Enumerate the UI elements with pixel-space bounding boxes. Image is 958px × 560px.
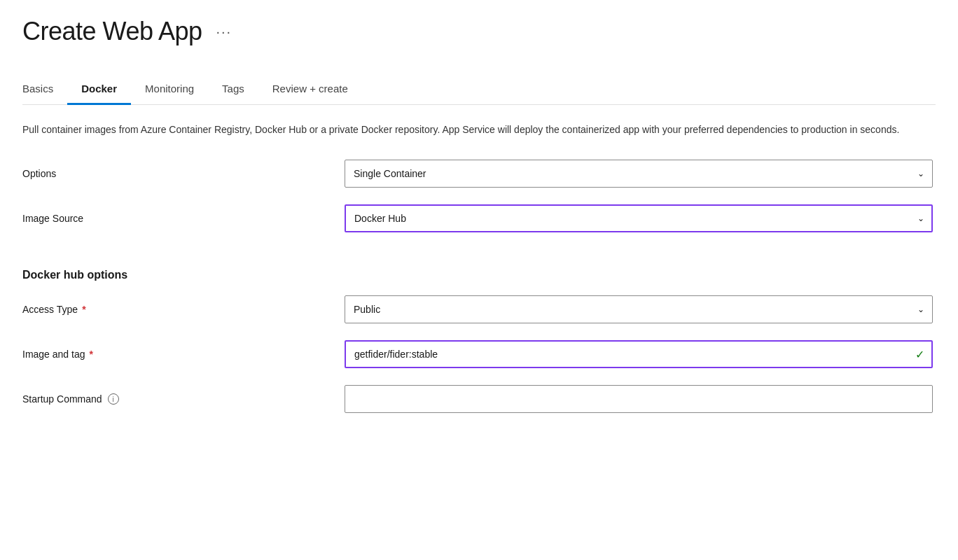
access-type-label: Access Type * [22, 304, 345, 315]
image-tag-input-wrapper: ✓ [345, 340, 933, 368]
image-source-control-wrapper: Docker Hub ⌄ [345, 204, 933, 232]
options-control-wrapper: Single Container ⌄ [345, 160, 933, 188]
startup-command-info-icon[interactable]: i [108, 393, 119, 405]
options-row: Options Single Container ⌄ [22, 160, 936, 188]
image-tag-control-wrapper: ✓ [345, 340, 933, 368]
image-tag-row: Image and tag * ✓ [22, 340, 936, 368]
startup-command-label: Startup Command i [22, 393, 345, 405]
image-tag-input[interactable] [345, 340, 933, 368]
more-options-button[interactable]: ··· [211, 21, 238, 43]
image-source-label: Image Source [22, 213, 345, 224]
options-select-wrapper: Single Container ⌄ [345, 160, 933, 188]
form-section: Options Single Container ⌄ Image Source … [22, 160, 936, 413]
page-container: Create Web App ··· Basics Docker Monitor… [0, 0, 958, 447]
docker-hub-section-heading: Docker hub options [22, 269, 936, 281]
tab-review-create[interactable]: Review + create [258, 74, 362, 105]
tab-basics[interactable]: Basics [22, 74, 67, 105]
image-tag-checkmark-icon: ✓ [915, 348, 924, 361]
image-source-select[interactable]: Docker Hub [345, 204, 933, 232]
startup-command-row: Startup Command i [22, 385, 936, 413]
access-type-select-wrapper: Public ⌄ [345, 295, 933, 323]
tab-docker[interactable]: Docker [67, 74, 131, 105]
image-source-row: Image Source Docker Hub ⌄ [22, 204, 936, 232]
section-divider [22, 249, 936, 263]
access-type-required-star: * [82, 304, 85, 315]
page-title: Create Web App [22, 17, 202, 46]
options-select[interactable]: Single Container [345, 160, 933, 188]
access-type-row: Access Type * Public ⌄ [22, 295, 936, 323]
startup-command-input-wrapper [345, 385, 933, 413]
tabs-container: Basics Docker Monitoring Tags Review + c… [22, 74, 936, 105]
image-tag-required-star: * [90, 349, 93, 360]
access-type-select[interactable]: Public [345, 295, 933, 323]
startup-command-control-wrapper [345, 385, 933, 413]
options-label: Options [22, 168, 345, 179]
tab-description: Pull container images from Azure Contain… [22, 122, 933, 137]
tab-monitoring[interactable]: Monitoring [131, 74, 208, 105]
startup-command-input[interactable] [345, 385, 933, 413]
page-header: Create Web App ··· [22, 17, 936, 46]
image-source-select-wrapper: Docker Hub ⌄ [345, 204, 933, 232]
image-tag-label: Image and tag * [22, 349, 345, 360]
tab-tags[interactable]: Tags [208, 74, 258, 105]
access-type-control-wrapper: Public ⌄ [345, 295, 933, 323]
